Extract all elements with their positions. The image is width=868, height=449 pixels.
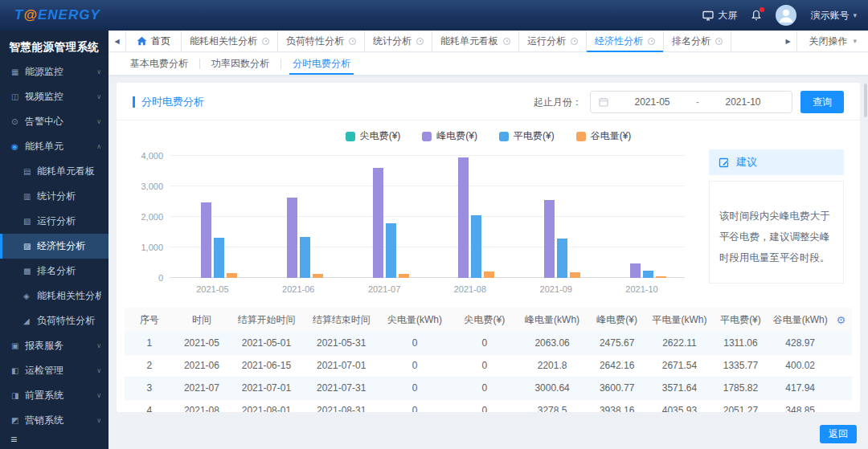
legend-item[interactable]: 峰电费(¥): [422, 129, 477, 143]
table-cell: 2021-07-31: [304, 377, 379, 399]
tab[interactable]: 排名分析: [664, 31, 731, 51]
system-title: 智慧能源管理系统: [0, 31, 108, 59]
big-screen-button[interactable]: 大屏: [702, 9, 737, 22]
subtab[interactable]: 基本电费分析: [119, 52, 199, 75]
sidebar-item[interactable]: ◉能耗单元∧: [0, 134, 108, 159]
tab-home[interactable]: 首页: [126, 31, 182, 51]
table-cell: 348.85: [771, 399, 830, 412]
bar[interactable]: [373, 168, 383, 278]
tab[interactable]: 能耗相关性分析: [182, 31, 278, 51]
collapse-sidebar-icon[interactable]: ≡: [10, 433, 17, 446]
subtab[interactable]: 分时电费分析: [281, 52, 362, 75]
sidebar-item[interactable]: ▥统计分析: [0, 184, 108, 209]
tab[interactable]: 统计分析: [365, 31, 432, 51]
tab-close-icon[interactable]: [648, 38, 655, 45]
bar-group: [170, 156, 256, 278]
bar[interactable]: [484, 271, 494, 278]
table-row[interactable]: 22021-062021-06-152021-07-01002201.82642…: [125, 354, 852, 377]
sidebar-item[interactable]: ▤能耗单元看板: [0, 159, 108, 184]
sidebar-item[interactable]: ◈能耗相关性分析: [0, 284, 108, 308]
tab-close-icon[interactable]: [349, 38, 356, 45]
legend-item[interactable]: 尖电费(¥): [346, 129, 401, 143]
sidebar-item[interactable]: ◢负荷特性分析: [0, 308, 108, 333]
tab-close-icon[interactable]: [715, 38, 723, 45]
table-settings-gear-icon[interactable]: ⚙: [837, 314, 846, 326]
sidebar-item[interactable]: ◨前置系统∨: [0, 383, 108, 408]
close-operations-dropdown[interactable]: 关闭操作 ▾: [796, 31, 868, 51]
bar[interactable]: [630, 263, 641, 278]
month-range-picker[interactable]: 2021-05 - 2021-10: [590, 91, 792, 113]
bar[interactable]: [227, 273, 237, 278]
start-month-value[interactable]: 2021-05: [612, 96, 693, 108]
sidebar-item[interactable]: ▨经济性分析: [0, 234, 108, 259]
range-separator: -: [696, 96, 699, 108]
tab-label: 经济性分析: [595, 35, 643, 48]
query-button[interactable]: 查询: [800, 91, 844, 113]
user-icon: [776, 5, 796, 26]
sidebar-item[interactable]: ◩营销系统∨: [0, 408, 108, 433]
y-axis-tick-label: 1,000: [141, 243, 163, 252]
bar[interactable]: [557, 239, 567, 278]
run-analysis-icon: ▧: [23, 217, 37, 226]
sidebar-item[interactable]: ⊙告警中心∨: [0, 109, 108, 134]
bar[interactable]: [656, 276, 666, 278]
alarm-center-icon: ⊙: [11, 117, 25, 126]
tabs-scroll-right-icon[interactable]: ▶: [779, 31, 796, 51]
table-row[interactable]: 12021-052021-05-012021-05-31002063.06247…: [125, 332, 852, 354]
bar[interactable]: [300, 237, 310, 278]
column-header: 尖电费(¥): [450, 308, 518, 332]
tab[interactable]: 负荷特性分析: [278, 31, 365, 51]
bar-group: [342, 156, 428, 278]
bar[interactable]: [214, 238, 224, 278]
section-title: 分时电费分析: [133, 96, 204, 108]
notifications-button[interactable]: [751, 10, 762, 22]
chevron-down-icon: ∨: [96, 118, 101, 125]
table-cell: 3278.5: [518, 399, 585, 412]
table-row[interactable]: 32021-072021-07-012021-07-31003000.64360…: [125, 377, 852, 399]
chevron-up-icon: ∧: [96, 143, 101, 150]
legend-item[interactable]: 平电费(¥): [499, 129, 555, 143]
app-logo: T@ENERGY: [14, 7, 100, 23]
back-button[interactable]: 返回: [820, 425, 857, 443]
tab-label: 负荷特性分析: [286, 35, 344, 48]
tab-close-icon[interactable]: [503, 38, 510, 45]
video-monitor-icon: ◫: [11, 92, 25, 101]
scrollbar-thumb[interactable]: [864, 84, 867, 117]
bar[interactable]: [471, 215, 481, 278]
bar[interactable]: [386, 223, 396, 278]
sidebar-item[interactable]: ◫视频监控∨: [0, 84, 108, 109]
legend-item[interactable]: 谷电量(¥): [576, 129, 632, 143]
bar[interactable]: [544, 200, 555, 278]
sidebar-item[interactable]: ▣报表服务∨: [0, 333, 108, 358]
sidebar-item[interactable]: ▩排名分析: [0, 259, 108, 284]
bar[interactable]: [287, 198, 297, 278]
subtab[interactable]: 功率因数分析: [200, 52, 280, 75]
bar[interactable]: [313, 274, 323, 278]
tab[interactable]: 能耗单元看板: [432, 31, 519, 51]
bar[interactable]: [643, 271, 653, 278]
account-menu[interactable]: 演示账号 ▾: [810, 9, 857, 22]
home-icon: [137, 36, 147, 46]
tab-close-icon[interactable]: [416, 38, 424, 45]
sidebar-item[interactable]: ▧运行分析: [0, 209, 108, 234]
sidebar: 智慧能源管理系统 ▦能源监控∨◫视频监控∨⊙告警中心∨◉能耗单元∧▤能耗单元看板…: [0, 31, 108, 449]
tab-close-icon[interactable]: [262, 38, 269, 45]
bar-group: [427, 156, 513, 278]
table-row[interactable]: 42021-082021-08-012021-08-31003278.53938…: [125, 399, 852, 412]
tabs-scroll-left-icon[interactable]: ◀: [108, 31, 126, 51]
end-month-value[interactable]: 2021-10: [702, 96, 784, 108]
sidebar-item[interactable]: ▦能源监控∨: [0, 59, 108, 84]
tab[interactable]: 运行分析: [519, 31, 587, 51]
bar[interactable]: [201, 202, 211, 278]
bar[interactable]: [399, 274, 409, 278]
tab[interactable]: 经济性分析: [587, 31, 664, 51]
table-cell: [830, 332, 852, 354]
tab-close-icon[interactable]: [571, 38, 578, 45]
bar[interactable]: [570, 272, 580, 278]
bar[interactable]: [458, 157, 469, 278]
avatar[interactable]: [776, 5, 796, 26]
big-screen-label: 大屏: [718, 9, 737, 22]
table-cell: 0: [450, 332, 518, 354]
sidebar-item[interactable]: ◧运检管理∨: [0, 358, 108, 383]
calendar-icon: [599, 97, 608, 107]
